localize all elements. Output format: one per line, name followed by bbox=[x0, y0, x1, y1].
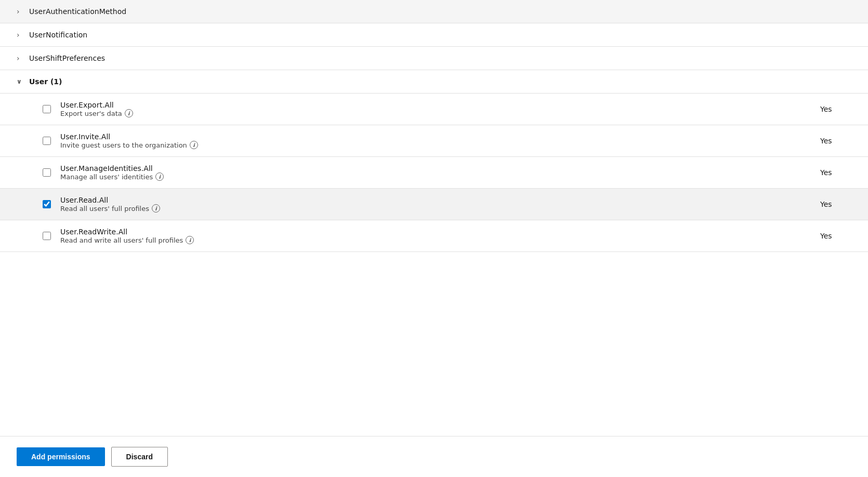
checkbox-user-read-all[interactable] bbox=[43, 200, 51, 208]
expanded-section-label: User (1) bbox=[29, 77, 62, 86]
admin-consent-user-invite-all: Yes bbox=[820, 137, 851, 145]
perm-name-user-manage-identities-all: User.ManageIdentities.All bbox=[60, 164, 812, 173]
collapsed-section-user-auth-method[interactable]: › UserAuthenticationMethod bbox=[0, 0, 868, 23]
perm-desc-user-manage-identities-all: Manage all users' identities i bbox=[60, 173, 812, 181]
checkbox-wrap-user-export-all[interactable] bbox=[42, 104, 52, 114]
add-permissions-button[interactable]: Add permissions bbox=[17, 447, 105, 466]
perm-desc-user-readwrite-all: Read and write all users' full profiles … bbox=[60, 236, 812, 244]
permission-row-user-manage-identities-all[interactable]: User.ManageIdentities.All Manage all use… bbox=[0, 157, 868, 189]
checkbox-user-export-all[interactable] bbox=[43, 105, 51, 113]
checkbox-wrap-user-read-all[interactable] bbox=[42, 199, 52, 209]
perm-info-user-export-all: User.Export.All Export user's data i bbox=[60, 101, 812, 117]
perm-name-user-invite-all: User.Invite.All bbox=[60, 132, 812, 141]
checkbox-user-manage-identities-all[interactable] bbox=[43, 168, 51, 177]
permission-row-user-export-all[interactable]: User.Export.All Export user's data i Yes bbox=[0, 94, 868, 125]
collapsed-section-inner: › UserNotification bbox=[17, 31, 87, 39]
chevron-right-icon: › bbox=[17, 7, 25, 16]
checkbox-user-invite-all[interactable] bbox=[43, 137, 51, 145]
chevron-down-icon: ∨ bbox=[17, 78, 25, 85]
permission-row-user-invite-all[interactable]: User.Invite.All Invite guest users to th… bbox=[0, 125, 868, 157]
info-icon-user-readwrite-all[interactable]: i bbox=[186, 236, 194, 244]
collapsed-section-user-shift-prefs[interactable]: › UserShiftPreferences bbox=[0, 47, 868, 70]
perm-info-user-invite-all: User.Invite.All Invite guest users to th… bbox=[60, 132, 812, 149]
checkbox-wrap-user-invite-all[interactable] bbox=[42, 136, 52, 146]
perm-info-user-manage-identities-all: User.ManageIdentities.All Manage all use… bbox=[60, 164, 812, 181]
perm-desc-user-invite-all: Invite guest users to the organization i bbox=[60, 141, 812, 149]
admin-consent-user-manage-identities-all: Yes bbox=[820, 168, 851, 177]
perm-name-user-readwrite-all: User.ReadWrite.All bbox=[60, 228, 812, 236]
perm-desc-user-read-all: Read all users' full profiles i bbox=[60, 204, 812, 213]
admin-consent-user-readwrite-all: Yes bbox=[820, 232, 851, 240]
discard-button[interactable]: Discard bbox=[111, 447, 168, 467]
info-icon-user-export-all[interactable]: i bbox=[125, 109, 133, 117]
section-label: UserNotification bbox=[29, 31, 87, 39]
footer-bar: Add permissions Discard bbox=[0, 436, 868, 477]
info-icon-user-read-all[interactable]: i bbox=[152, 204, 160, 213]
chevron-right-icon: › bbox=[17, 54, 25, 62]
chevron-right-icon: › bbox=[17, 31, 25, 39]
expanded-section: ∨ User (1) bbox=[17, 77, 62, 86]
permission-row-user-readwrite-all[interactable]: User.ReadWrite.All Read and write all us… bbox=[0, 220, 868, 252]
admin-consent-user-read-all: Yes bbox=[820, 200, 851, 208]
perm-info-user-readwrite-all: User.ReadWrite.All Read and write all us… bbox=[60, 228, 812, 244]
perm-name-user-read-all: User.Read.All bbox=[60, 196, 812, 204]
perm-info-user-read-all: User.Read.All Read all users' full profi… bbox=[60, 196, 812, 213]
info-icon-user-manage-identities-all[interactable]: i bbox=[155, 173, 164, 181]
perm-name-user-export-all: User.Export.All bbox=[60, 101, 812, 109]
content-area: › UserAuthenticationMethod › UserNotific… bbox=[0, 0, 868, 436]
checkbox-user-readwrite-all[interactable] bbox=[43, 232, 51, 240]
collapsed-section-inner: › UserShiftPreferences bbox=[17, 54, 105, 62]
section-label: UserShiftPreferences bbox=[29, 54, 105, 62]
collapsed-section-user-notification[interactable]: › UserNotification bbox=[0, 23, 868, 47]
checkbox-wrap-user-manage-identities-all[interactable] bbox=[42, 167, 52, 178]
checkbox-wrap-user-readwrite-all[interactable] bbox=[42, 231, 52, 241]
page-wrapper: › UserAuthenticationMethod › UserNotific… bbox=[0, 0, 868, 477]
collapsed-section-inner: › UserAuthenticationMethod bbox=[17, 7, 126, 16]
admin-consent-user-export-all: Yes bbox=[820, 105, 851, 113]
info-icon-user-invite-all[interactable]: i bbox=[190, 141, 198, 149]
permission-row-user-read-all[interactable]: User.Read.All Read all users' full profi… bbox=[0, 189, 868, 220]
perm-desc-user-export-all: Export user's data i bbox=[60, 109, 812, 117]
expanded-section-row[interactable]: ∨ User (1) bbox=[0, 70, 868, 94]
section-label: UserAuthenticationMethod bbox=[29, 7, 126, 16]
